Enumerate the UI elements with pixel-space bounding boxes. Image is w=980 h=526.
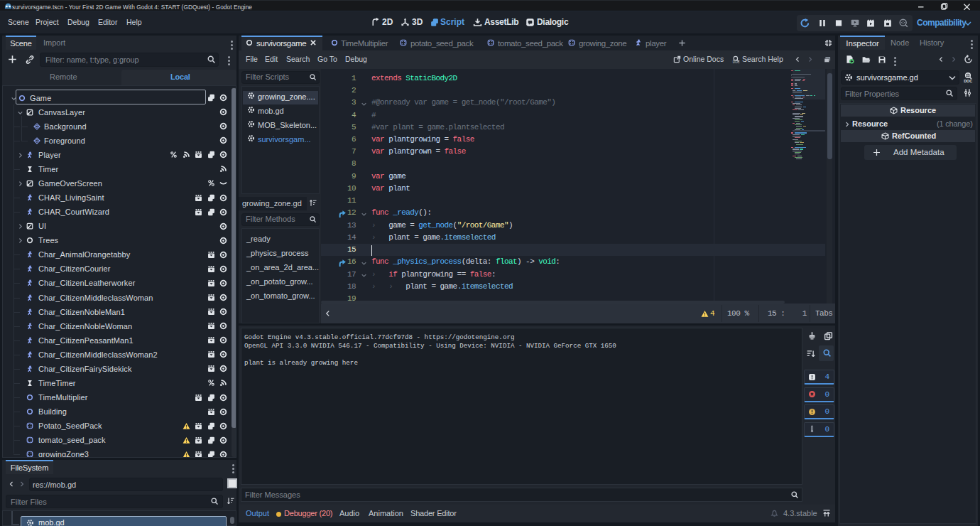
svg-text:DOC: DOC xyxy=(733,60,740,63)
svg-text:DOC: DOC xyxy=(964,79,972,82)
